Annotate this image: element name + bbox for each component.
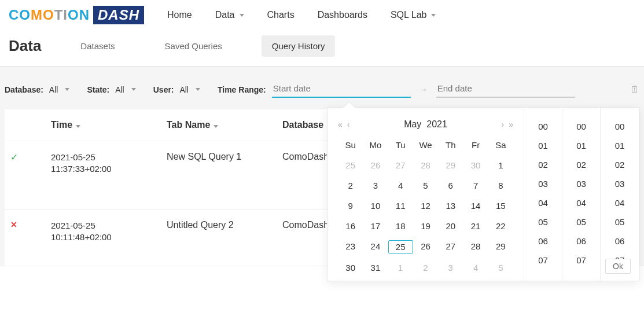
calendar-day[interactable]: 27: [388, 159, 413, 171]
calendar-day[interactable]: 22: [488, 220, 513, 232]
calendar-day[interactable]: 26: [363, 159, 388, 171]
calendar-day[interactable]: 4: [463, 262, 488, 274]
calendar-day[interactable]: 6: [438, 179, 463, 192]
tab-datasets[interactable]: Datasets: [70, 35, 125, 57]
calendar-day[interactable]: 9: [338, 200, 363, 212]
nav-home[interactable]: Home: [167, 10, 192, 20]
state-label: State:: [87, 85, 109, 94]
calendar-dow: Tu: [388, 139, 413, 151]
calendar-day[interactable]: 7: [463, 179, 488, 192]
nav-charts[interactable]: Charts: [267, 10, 295, 20]
calendar-day[interactable]: 25: [338, 159, 363, 171]
time-col-seconds[interactable]: 0001020304050607: [601, 108, 639, 281]
calendar-day[interactable]: 19: [413, 220, 438, 232]
time-cell[interactable]: 00: [601, 117, 639, 136]
time-cell[interactable]: 07: [562, 251, 600, 270]
time-cell[interactable]: 01: [562, 136, 600, 155]
state-select[interactable]: All: [115, 85, 136, 94]
calendar-day[interactable]: 1: [388, 262, 413, 274]
time-cell[interactable]: 02: [562, 155, 600, 174]
time-cell[interactable]: 05: [524, 212, 562, 232]
calendar-day[interactable]: 1: [488, 159, 513, 171]
calendar-icon[interactable]: 🗓: [630, 84, 639, 95]
col-tab-name[interactable]: Tab Name: [167, 120, 282, 130]
calendar-day[interactable]: 25: [388, 240, 413, 253]
time-cell[interactable]: 02: [601, 155, 639, 174]
date-picker-popover: « ‹ May 2021 › » SuMoTuWeThFrSa252627282…: [327, 107, 639, 281]
calendar-day[interactable]: 3: [363, 179, 388, 192]
calendar-day[interactable]: 5: [488, 262, 513, 274]
nav-sql-lab[interactable]: SQL Lab: [391, 10, 436, 20]
database-value: All: [49, 85, 58, 94]
calendar-day[interactable]: 18: [388, 220, 413, 232]
time-cell[interactable]: 07: [524, 251, 562, 270]
calendar-day[interactable]: 2: [338, 179, 363, 192]
calendar-day[interactable]: 28: [413, 159, 438, 171]
time-cell[interactable]: 06: [601, 232, 639, 251]
time-cell[interactable]: 06: [562, 232, 600, 251]
calendar-day[interactable]: 4: [388, 179, 413, 192]
ok-button[interactable]: Ok: [605, 259, 631, 274]
time-cell[interactable]: 03: [524, 174, 562, 193]
time-cell[interactable]: 01: [524, 136, 562, 155]
calendar-day[interactable]: 2: [413, 262, 438, 274]
calendar-day[interactable]: 14: [463, 200, 488, 212]
time-cell[interactable]: 06: [524, 232, 562, 251]
calendar-day[interactable]: 27: [438, 240, 463, 253]
calendar-day[interactable]: 20: [438, 220, 463, 232]
tab-query-history[interactable]: Query History: [262, 35, 336, 57]
calendar-day[interactable]: 15: [488, 200, 513, 212]
calendar-day[interactable]: 10: [363, 200, 388, 212]
tab-saved-queries[interactable]: Saved Queries: [154, 35, 233, 57]
nav-dashboards[interactable]: Dashboards: [318, 10, 367, 20]
calendar-day[interactable]: 26: [413, 240, 438, 253]
next-year-button[interactable]: »: [509, 120, 513, 129]
time-cell[interactable]: 03: [601, 174, 639, 193]
time-cell[interactable]: 02: [524, 155, 562, 174]
time-cell[interactable]: 04: [601, 193, 639, 212]
start-date-input[interactable]: [272, 81, 411, 98]
end-date-input[interactable]: [436, 81, 575, 98]
time-cell[interactable]: 00: [562, 117, 600, 136]
time-cell[interactable]: 04: [562, 193, 600, 212]
logo[interactable]: COMOTION DASH: [9, 6, 144, 24]
nav-data[interactable]: Data: [215, 10, 244, 20]
time-cell[interactable]: 00: [524, 117, 562, 136]
calendar-day[interactable]: 12: [413, 200, 438, 212]
calendar-day[interactable]: 3: [438, 262, 463, 274]
time-cell[interactable]: 03: [562, 174, 600, 193]
calendar-day[interactable]: 16: [338, 220, 363, 232]
calendar-day[interactable]: 30: [338, 262, 363, 274]
calendar-day[interactable]: 30: [463, 159, 488, 171]
calendar-day[interactable]: 28: [463, 240, 488, 253]
cell-time: 2021-05-2510:11:48+02:00: [51, 220, 167, 243]
next-month-button[interactable]: ›: [502, 120, 505, 129]
time-cell[interactable]: 04: [524, 193, 562, 212]
col-time[interactable]: Time: [51, 120, 167, 130]
calendar-day[interactable]: 24: [363, 240, 388, 253]
calendar-day[interactable]: 13: [438, 200, 463, 212]
time-cell[interactable]: 05: [601, 212, 639, 232]
time-cell[interactable]: 05: [562, 212, 600, 232]
calendar-day[interactable]: 8: [488, 179, 513, 192]
calendar-dow: Su: [338, 139, 363, 151]
calendar-day[interactable]: 11: [388, 200, 413, 212]
user-value: All: [179, 85, 189, 94]
time-cell[interactable]: 01: [601, 136, 639, 155]
time-col-minutes[interactable]: 0001020304050607: [562, 108, 601, 281]
calendar-day[interactable]: 17: [363, 220, 388, 232]
calendar-day[interactable]: 29: [488, 240, 513, 253]
user-select[interactable]: All: [179, 85, 200, 94]
calendar-day[interactable]: 21: [463, 220, 488, 232]
database-select[interactable]: All: [49, 85, 70, 94]
calendar-day[interactable]: 31: [363, 262, 388, 274]
logo-ti: TI: [54, 7, 68, 23]
calendar-day[interactable]: 29: [438, 159, 463, 171]
state-value: All: [115, 85, 124, 94]
calendar-day[interactable]: 23: [338, 240, 363, 253]
prev-year-button[interactable]: «: [338, 120, 343, 129]
time-col-hours[interactable]: 0001020304050607: [524, 108, 562, 281]
page-title: Data: [9, 37, 41, 55]
prev-month-button[interactable]: ‹: [347, 120, 350, 129]
calendar-day[interactable]: 5: [413, 179, 438, 192]
